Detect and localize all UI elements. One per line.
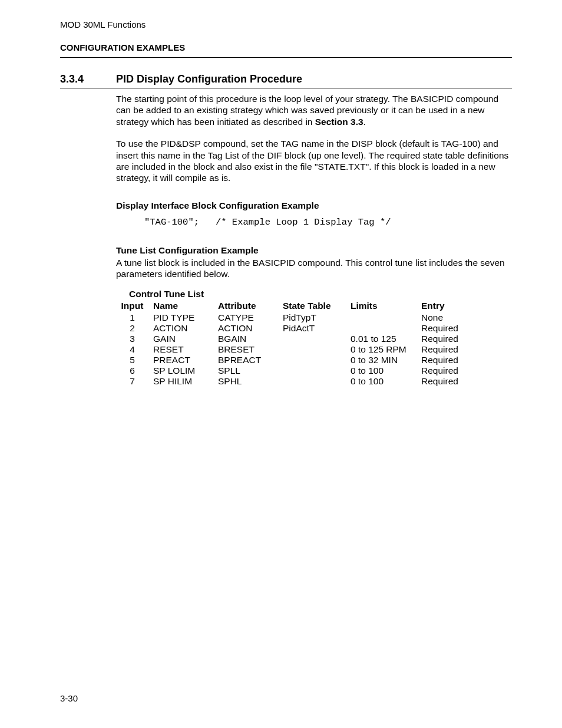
code-example: "TAG-100"; /* Example Loop 1 Display Tag… [144,217,512,228]
cell-attribute: SPHL [213,376,278,387]
th-input: Input [116,301,148,312]
cell-attribute: BGAIN [213,334,278,344]
display-interface-heading: Display Interface Block Configuration Ex… [116,200,512,211]
paragraph-1-c: . [363,117,366,127]
cell-state [278,344,346,355]
tune-list-desc: A tune list block is included in the BAS… [116,257,512,280]
table-row: 6SP LOLIMSPLL0 to 100Required [116,365,464,376]
page-number: 3-30 [60,693,78,703]
cell-state [278,376,346,387]
cell-entry: Required [416,323,464,334]
cell-attribute: BPREACT [213,355,278,365]
running-header: MOD 30ML Functions [60,19,512,29]
table-row: 5PREACTBPREACT0 to 32 MINRequired [116,355,464,365]
cell-name: ACTION [148,323,213,334]
section-rule [60,88,512,88]
paragraph-1-a: The starting point of this procedure is … [116,94,498,127]
cell-input: 6 [116,365,148,376]
cell-limits [346,323,416,334]
cell-input: 7 [116,376,148,387]
tune-list-heading: Tune List Configuration Example [116,245,512,256]
cell-limits: 0 to 32 MIN [346,355,416,365]
cell-entry: None [416,312,464,323]
cell-name: PID TYPE [148,312,213,323]
table-row: 3GAINBGAIN0.01 to 125Required [116,334,464,344]
cell-input: 3 [116,334,148,344]
th-state-table: State Table [278,301,346,312]
cell-limits [346,312,416,323]
cell-input: 1 [116,312,148,323]
cell-state: PidTypT [278,312,346,323]
cell-attribute: ACTION [213,323,278,334]
section-ref: Section 3.3 [315,117,363,127]
cell-name: RESET [148,344,213,355]
cell-entry: Required [416,376,464,387]
cell-entry: Required [416,334,464,344]
cell-input: 2 [116,323,148,334]
cell-state [278,355,346,365]
cell-limits: 0 to 100 [346,376,416,387]
cell-entry: Required [416,355,464,365]
th-limits: Limits [346,301,416,312]
th-attribute: Attribute [213,301,278,312]
cell-attribute: BRESET [213,344,278,355]
section-number: 3.3.4 [60,73,116,85]
paragraph-1: The starting point of this procedure is … [116,93,512,127]
cell-name: SP HILIM [148,376,213,387]
cell-entry: Required [416,365,464,376]
table-header-row: Input Name Attribute State Table Limits … [116,301,464,312]
cell-attribute: CATYPE [213,312,278,323]
control-tune-list-title: Control Tune List [129,289,512,299]
cell-state: PidActT [278,323,346,334]
cell-name: SP LOLIM [148,365,213,376]
section-heading-row: 3.3.4 PID Display Configuration Procedur… [60,73,512,85]
section-label: CONFIGURATION EXAMPLES [60,42,512,52]
th-name: Name [148,301,213,312]
table-row: 1PID TYPECATYPEPidTypTNone [116,312,464,323]
control-tune-list-table: Input Name Attribute State Table Limits … [116,301,464,387]
cell-attribute: SPLL [213,365,278,376]
cell-state [278,365,346,376]
cell-input: 5 [116,355,148,365]
cell-entry: Required [416,344,464,355]
table-row: 7SP HILIMSPHL0 to 100Required [116,376,464,387]
header-rule [60,57,512,58]
table-row: 2ACTIONACTIONPidActTRequired [116,323,464,334]
cell-input: 4 [116,344,148,355]
section-title: PID Display Configuration Procedure [116,73,302,85]
cell-limits: 0 to 125 RPM [346,344,416,355]
paragraph-2: To use the PID&DSP compound, set the TAG… [116,138,512,184]
cell-state [278,334,346,344]
table-row: 4RESETBRESET0 to 125 RPMRequired [116,344,464,355]
th-entry: Entry [416,301,464,312]
cell-name: GAIN [148,334,213,344]
cell-limits: 0 to 100 [346,365,416,376]
cell-name: PREACT [148,355,213,365]
cell-limits: 0.01 to 125 [346,334,416,344]
